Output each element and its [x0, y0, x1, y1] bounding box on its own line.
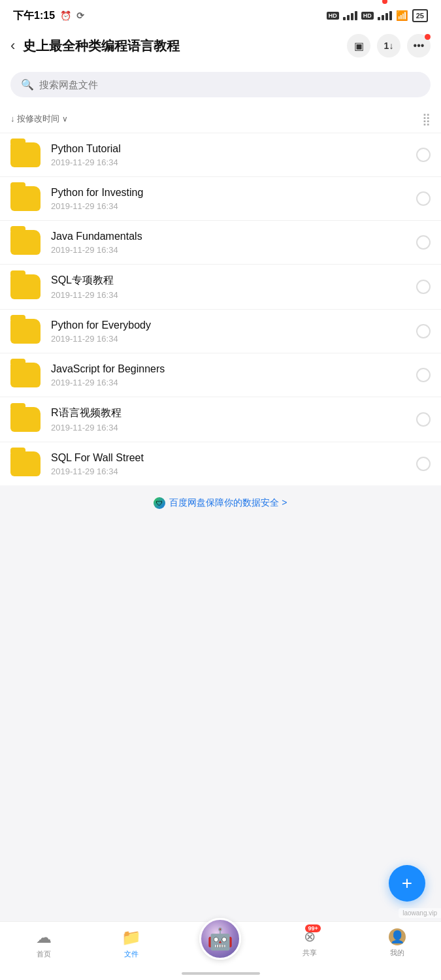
home-indicator — [182, 972, 260, 975]
file-info: SQL For Wall Street 2019-11-29 16:34 — [51, 452, 416, 476]
folder-icon — [10, 230, 41, 255]
file-checkbox[interactable] — [416, 457, 431, 471]
calendar-icon: ▣ — [354, 40, 364, 52]
calendar-icon-button[interactable]: ▣ — [347, 34, 370, 57]
file-checkbox[interactable] — [416, 148, 431, 162]
file-date: 2019-11-29 16:34 — [51, 290, 416, 300]
security-shield-icon: 🛡 — [154, 497, 165, 509]
add-button[interactable]: + — [389, 865, 425, 902]
list-item[interactable]: Java Fundamentals 2019-11-29 16:34 — [0, 221, 441, 265]
sort-icon-button[interactable]: 1↓ — [377, 34, 400, 57]
nav-files-label: 文件 — [124, 949, 139, 959]
search-bar[interactable]: 🔍 — [10, 72, 431, 97]
home-icon: ☁ — [36, 928, 52, 947]
nav-home[interactable]: ☁ 首页 — [24, 928, 63, 959]
file-checkbox[interactable] — [416, 280, 431, 294]
share-icon-wrap: ⊗ 99+ — [304, 928, 316, 945]
user-avatar: 👤 — [389, 928, 406, 945]
hd-badge-1: HD — [327, 12, 339, 20]
list-item[interactable]: Python Tutorial 2019-11-29 16:34 — [0, 133, 441, 177]
header: ‹ 史上最全种类编程语言教程 ▣ 1↓ ••• — [0, 29, 441, 65]
search-container: 🔍 — [0, 65, 441, 106]
sort-icon: 1↓ — [384, 41, 394, 51]
file-info: Python Tutorial 2019-11-29 16:34 — [51, 143, 416, 167]
list-item[interactable]: Python for Investing 2019-11-29 16:34 — [0, 177, 441, 221]
watermark: laowang.vip — [399, 908, 441, 918]
nav-profile[interactable]: 👤 我的 — [378, 928, 417, 958]
grid-view-icon[interactable]: ⣿ — [422, 112, 431, 126]
nav-center-button[interactable]: 🤖 — [199, 918, 241, 960]
file-date: 2019-11-29 16:34 — [51, 157, 416, 167]
file-info: SQL专项教程 2019-11-29 16:34 — [51, 274, 416, 300]
files-icon: 📁 — [122, 928, 141, 947]
wifi-icon: 📶 — [396, 10, 408, 22]
notification-dot-header — [425, 34, 431, 40]
center-avatar: 🤖 — [199, 918, 241, 960]
file-name: Java Fundamentals — [51, 231, 416, 242]
sort-label[interactable]: ↓ 按修改时间 ∨ — [10, 113, 68, 125]
battery: 25 — [412, 9, 428, 22]
folder-icon — [10, 407, 41, 432]
file-date: 2019-11-29 16:34 — [51, 466, 416, 476]
file-info: JavaScript for Beginners 2019-11-29 16:3… — [51, 363, 416, 387]
file-name: Python for Everybody — [51, 319, 416, 331]
hd-badge-2: HD — [361, 12, 374, 20]
share-badge: 99+ — [305, 924, 320, 932]
notification-dot — [382, 0, 387, 4]
file-name: Python Tutorial — [51, 143, 416, 155]
file-name: Python for Investing — [51, 187, 416, 199]
search-input[interactable] — [39, 79, 420, 90]
folder-icon — [10, 142, 41, 167]
folder-icon — [10, 363, 41, 387]
file-list: Python Tutorial 2019-11-29 16:34 Python … — [0, 133, 441, 485]
nav-files[interactable]: 📁 文件 — [112, 928, 151, 959]
more-icon: ••• — [414, 40, 425, 52]
list-item[interactable]: JavaScript for Beginners 2019-11-29 16:3… — [0, 353, 441, 397]
file-checkbox[interactable] — [416, 235, 431, 250]
status-bar: 下午1:15 ⏰ ⟳ HD HD 📶 25 — [0, 0, 441, 29]
nav-share-label: 共享 — [302, 948, 317, 958]
file-name: SQL For Wall Street — [51, 452, 416, 464]
signal-1 — [343, 11, 357, 20]
nav-share[interactable]: ⊗ 99+ 共享 — [290, 928, 329, 958]
search-icon: 🔍 — [21, 78, 34, 91]
file-checkbox[interactable] — [416, 368, 431, 382]
file-checkbox[interactable] — [416, 412, 431, 427]
back-button[interactable]: ‹ — [10, 37, 15, 54]
status-time: 下午1:15 ⏰ ⟳ — [13, 9, 84, 23]
file-date: 2019-11-29 16:34 — [51, 378, 416, 387]
status-right: HD HD 📶 25 — [327, 9, 428, 22]
file-date: 2019-11-29 16:34 — [51, 334, 416, 344]
folder-icon — [10, 451, 41, 476]
nav-home-label: 首页 — [37, 949, 51, 959]
file-name: JavaScript for Beginners — [51, 363, 416, 375]
file-info: R语言视频教程 2019-11-29 16:34 — [51, 406, 416, 433]
bottom-nav: ☁ 首页 📁 文件 🤖 ⊗ 99+ 共享 👤 我的 — [0, 921, 441, 980]
folder-icon — [10, 274, 41, 299]
list-item[interactable]: SQL专项教程 2019-11-29 16:34 — [0, 265, 441, 310]
file-checkbox[interactable] — [416, 324, 431, 338]
more-icon-button[interactable]: ••• — [407, 34, 431, 57]
folder-icon — [10, 186, 41, 211]
header-actions: ▣ 1↓ ••• — [347, 34, 431, 57]
sort-bar: ↓ 按修改时间 ∨ ⣿ — [0, 106, 441, 133]
signal-2 — [378, 11, 392, 20]
list-item[interactable]: R语言视频教程 2019-11-29 16:34 — [0, 397, 441, 442]
file-name: SQL专项教程 — [51, 274, 416, 287]
cast-icon: ⟳ — [76, 10, 84, 21]
security-link[interactable]: 百度网盘保障你的数据安全 > — [169, 497, 287, 509]
file-info: Python for Investing 2019-11-29 16:34 — [51, 187, 416, 211]
list-item[interactable]: SQL For Wall Street 2019-11-29 16:34 — [0, 442, 441, 485]
file-info: Java Fundamentals 2019-11-29 16:34 — [51, 231, 416, 255]
file-checkbox[interactable] — [416, 191, 431, 206]
list-item[interactable]: Python for Everybody 2019-11-29 16:34 — [0, 310, 441, 353]
file-name: R语言视频教程 — [51, 406, 416, 420]
nav-profile-label: 我的 — [390, 948, 404, 958]
file-date: 2019-11-29 16:34 — [51, 201, 416, 211]
alarm-icon: ⏰ — [60, 10, 71, 21]
sort-arrow-icon: ∨ — [62, 114, 68, 123]
file-date: 2019-11-29 16:34 — [51, 245, 416, 255]
file-date: 2019-11-29 16:34 — [51, 423, 416, 433]
security-notice: 🛡 百度网盘保障你的数据安全 > — [0, 485, 441, 521]
folder-icon — [10, 319, 41, 344]
